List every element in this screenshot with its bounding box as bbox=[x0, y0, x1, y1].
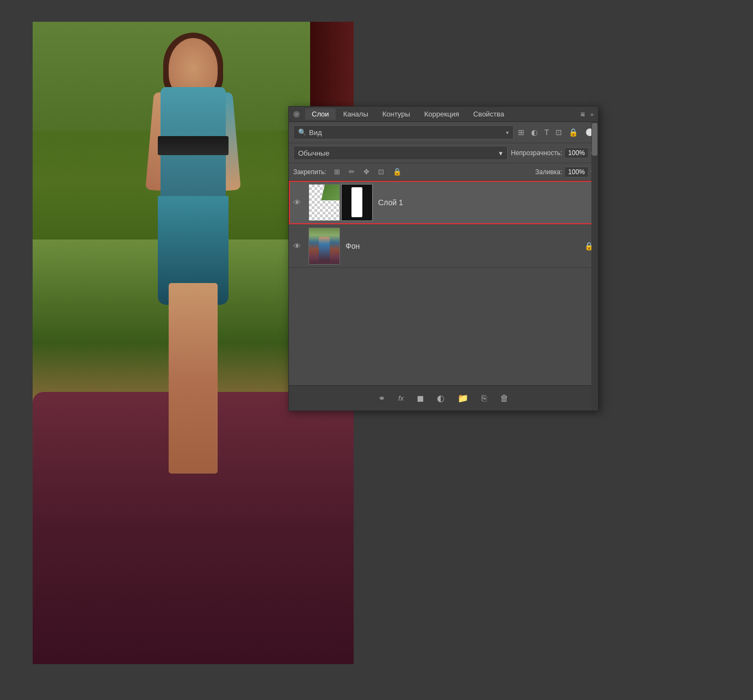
lock-artboard-icon[interactable]: ⊡ bbox=[376, 166, 386, 177]
search-box[interactable]: 🔍 Вид ▾ bbox=[293, 125, 514, 139]
lock-row: Закрепить: ⊞ ✏ ✥ ⊡ 🔒 Заливка: 100% ▾ bbox=[289, 163, 598, 181]
search-text: Вид bbox=[309, 128, 506, 137]
panel-menu-icon[interactable]: ≡ bbox=[578, 109, 588, 120]
lock-pixels-icon[interactable]: ⊞ bbox=[332, 166, 342, 177]
layers-list: 👁 Слой 1 bbox=[289, 181, 598, 385]
fill-control: Заливка: 100% ▾ bbox=[535, 167, 594, 177]
close-button[interactable]: × bbox=[293, 111, 300, 118]
layer1-cutout bbox=[309, 185, 340, 220]
fx-button[interactable]: fx bbox=[396, 392, 406, 404]
woman-belt bbox=[158, 136, 229, 155]
smart-icon[interactable]: 🔒 bbox=[567, 127, 579, 138]
collapse-button[interactable]: » bbox=[590, 111, 594, 118]
tab-correction[interactable]: Коррекция bbox=[418, 108, 466, 120]
layer-name-background: Фон bbox=[345, 242, 584, 250]
close-icon: × bbox=[295, 112, 298, 117]
layer-item-layer1[interactable]: 👁 Слой 1 bbox=[289, 181, 598, 224]
bottom-toolbar: ⚭ fx ◼ ◐ 📁 ⎘ 🗑 bbox=[289, 385, 598, 410]
blend-mode-value: Обычные bbox=[298, 149, 329, 157]
tab-properties[interactable]: Свойства bbox=[467, 108, 511, 120]
layer-thumb-layer1 bbox=[308, 184, 340, 221]
woman-figure bbox=[139, 38, 248, 528]
lock-move-icon[interactable]: ✥ bbox=[361, 166, 372, 177]
visibility-toggle-background[interactable]: 👁 bbox=[293, 242, 304, 250]
shape-icon[interactable]: ⊡ bbox=[554, 127, 563, 138]
search-icon: 🔍 bbox=[298, 128, 306, 136]
tab-layers[interactable]: Слои bbox=[305, 108, 336, 120]
link-layers-button[interactable]: ⚭ bbox=[375, 391, 388, 405]
blend-mode-dropdown[interactable]: Обычные ▾ bbox=[293, 146, 508, 160]
adjustment-layer-button[interactable]: ◐ bbox=[434, 391, 447, 405]
blend-opacity-row: Обычные ▾ Непрозрачность: 100% ▾ bbox=[289, 143, 598, 163]
layers-panel: × Слои Каналы Контуры Коррекция Свойства… bbox=[288, 106, 598, 411]
adjustment-icon[interactable]: ◐ bbox=[530, 127, 539, 138]
add-mask-button[interactable]: ◼ bbox=[414, 391, 427, 405]
lock-paint-icon[interactable]: ✏ bbox=[347, 166, 357, 177]
opacity-label: Непрозрачность: bbox=[511, 149, 562, 157]
tab-paths[interactable]: Контуры bbox=[376, 108, 417, 120]
layer-name-layer1: Слой 1 bbox=[378, 198, 594, 207]
opacity-value[interactable]: 100% bbox=[564, 148, 589, 158]
panel-scrollbar[interactable] bbox=[591, 122, 598, 410]
delete-layer-button[interactable]: 🗑 bbox=[497, 392, 511, 405]
search-row: 🔍 Вид ▾ ⊞ ◐ T ⊡ 🔒 bbox=[289, 122, 598, 143]
search-dropdown-arrow: ▾ bbox=[506, 130, 509, 136]
tab-channels[interactable]: Каналы bbox=[337, 108, 375, 120]
opacity-control: Непрозрачность: 100% ▾ bbox=[511, 148, 594, 158]
panel-titlebar: × Слои Каналы Контуры Коррекция Свойства… bbox=[289, 107, 598, 122]
layer-thumb-container-layer1 bbox=[308, 184, 373, 221]
panel-tabs: Слои Каналы Контуры Коррекция Свойства bbox=[305, 108, 578, 120]
new-layer-button[interactable]: ⎘ bbox=[479, 392, 490, 405]
group-layers-button[interactable]: 📁 bbox=[455, 391, 471, 405]
panel-content: 🔍 Вид ▾ ⊞ ◐ T ⊡ 🔒 Обычные ▾ Непрозрачнос… bbox=[289, 122, 598, 410]
lock-all-icon[interactable]: 🔒 bbox=[391, 166, 404, 177]
layer-type-icons: ⊞ ◐ T ⊡ 🔒 bbox=[517, 127, 594, 138]
fill-label: Заливка: bbox=[535, 168, 563, 176]
layer-thumb-container-background bbox=[308, 228, 340, 265]
blend-mode-arrow: ▾ bbox=[499, 149, 503, 157]
lock-label: Закрепить: bbox=[293, 168, 326, 176]
bg-photo-figure bbox=[319, 237, 330, 261]
scrollbar-thumb[interactable] bbox=[592, 123, 597, 156]
layer-thumb-background bbox=[308, 228, 340, 265]
visibility-toggle-layer1[interactable]: 👁 bbox=[293, 198, 304, 207]
layer-mask-thumb-layer1 bbox=[341, 184, 373, 221]
fill-value[interactable]: 100% bbox=[564, 167, 589, 177]
lock-icons: ⊞ ✏ ✥ ⊡ 🔒 bbox=[332, 166, 404, 177]
layer-item-background[interactable]: 👁 Фон 🔒 bbox=[289, 224, 598, 268]
woman-legs bbox=[169, 283, 218, 474]
text-icon[interactable]: T bbox=[543, 127, 550, 138]
cutout-green bbox=[321, 185, 340, 201]
pixel-icon[interactable]: ⊞ bbox=[517, 127, 526, 138]
